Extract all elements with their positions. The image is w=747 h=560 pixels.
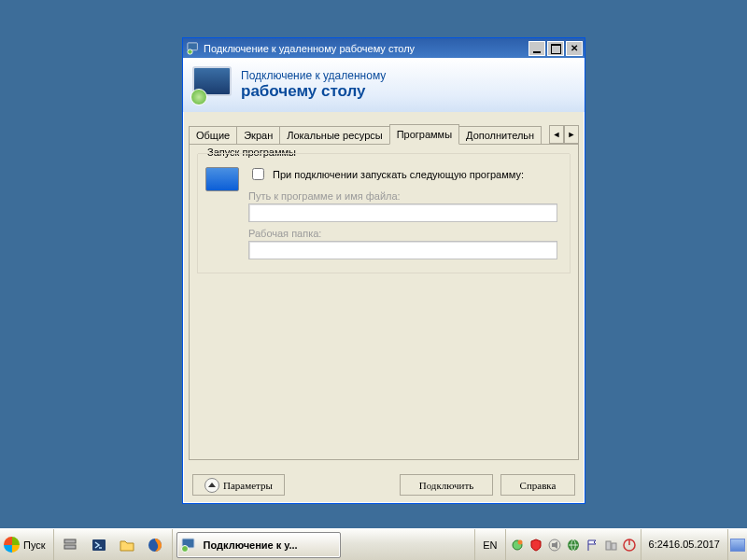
svg-rect-12: [606, 541, 611, 550]
tab-display[interactable]: Экран: [236, 126, 280, 144]
start-button[interactable]: Пуск: [0, 529, 54, 560]
banner-monitor-icon: [192, 66, 232, 104]
working-folder-input: [248, 241, 557, 259]
rdp-icon: [187, 42, 200, 55]
svg-point-1: [188, 49, 192, 53]
minimize-button[interactable]: [529, 41, 545, 56]
clock-time: 6:24: [649, 539, 669, 551]
svg-rect-13: [612, 543, 616, 550]
start-program-group: При подключении запускать следующую прог…: [197, 154, 571, 273]
tray-devices-icon[interactable]: [603, 538, 618, 553]
task-rdp[interactable]: Подключение к у...: [176, 532, 341, 558]
options-button-label: Параметры: [223, 480, 273, 491]
task-rdp-label: Подключение к у...: [204, 539, 298, 551]
tab-scroll-left[interactable]: ◄: [549, 125, 564, 144]
windows-orb-icon: [4, 537, 20, 553]
start-program-checkbox-row[interactable]: При подключении запускать следующую прог…: [248, 165, 562, 183]
server-manager-icon[interactable]: [58, 532, 84, 558]
tab-programs[interactable]: Программы: [389, 124, 459, 145]
help-button-label: Справка: [520, 480, 557, 491]
titlebar[interactable]: Подключение к удаленному рабочему столу …: [183, 38, 585, 58]
svg-point-7: [181, 545, 188, 552]
options-button[interactable]: Параметры: [192, 474, 285, 496]
taskbar: Пуск Подключение к у... EN: [0, 528, 747, 560]
banner-line2: рабочему столу: [241, 82, 386, 101]
dialog-buttons: Параметры Подключить Справка: [183, 474, 585, 496]
start-program-checkbox[interactable]: [252, 168, 264, 180]
powershell-icon[interactable]: [86, 532, 112, 558]
window-controls: ✕: [529, 41, 583, 56]
taskbar-clock[interactable]: 6:24 16.05.2017: [641, 529, 727, 560]
svg-rect-0: [188, 42, 198, 49]
maximize-button[interactable]: [547, 41, 564, 56]
tray-network-icon[interactable]: [566, 538, 581, 553]
tab-strip: Общие Экран Локальные ресурсы Программы …: [189, 123, 579, 145]
program-icon: [205, 167, 239, 193]
tab-advanced[interactable]: Дополнительн: [458, 126, 542, 144]
language-label: EN: [483, 539, 497, 551]
tray-audio-icon[interactable]: [547, 538, 562, 553]
tray-action-center-icon[interactable]: [510, 538, 525, 553]
explorer-icon[interactable]: [114, 532, 140, 558]
clock-date: 16.05.2017: [669, 539, 720, 551]
quick-launch: [54, 529, 173, 560]
program-path-label: Путь к программе и имя файла:: [248, 190, 562, 202]
rdp-task-icon: [181, 538, 198, 553]
task-buttons: Подключение к у...: [173, 529, 475, 560]
window-title: Подключение к удаленному рабочему столу: [204, 43, 529, 54]
collapse-icon: [204, 478, 219, 493]
banner: Подключение к удаленному рабочему столу: [183, 58, 585, 112]
svg-rect-3: [64, 545, 76, 549]
tab-local-resources[interactable]: Локальные ресурсы: [279, 126, 389, 144]
rdp-dialog-window: Подключение к удаленному рабочему столу …: [182, 37, 585, 504]
tab-programs-panel: При подключении запускать следующую прог…: [189, 145, 579, 460]
tray-flag-icon[interactable]: [585, 538, 599, 553]
show-desktop-icon: [730, 539, 745, 552]
connect-button[interactable]: Подключить: [400, 474, 493, 496]
system-tray: [505, 529, 641, 560]
program-path-input: [248, 203, 557, 222]
close-button[interactable]: ✕: [566, 41, 583, 56]
svg-point-9: [517, 539, 522, 544]
show-desktop-button[interactable]: [727, 529, 747, 560]
start-label: Пуск: [23, 539, 46, 551]
tab-general[interactable]: Общие: [189, 126, 237, 144]
tray-security-icon[interactable]: [529, 538, 543, 553]
banner-line1: Подключение к удаленному: [241, 69, 386, 82]
working-folder-label: Рабочая папка:: [248, 228, 562, 239]
tray-power-icon[interactable]: [622, 538, 637, 553]
start-program-checkbox-label: При подключении запускать следующую прог…: [273, 169, 524, 180]
tab-scroll-right[interactable]: ►: [564, 125, 579, 144]
svg-rect-2: [64, 539, 76, 543]
firefox-icon[interactable]: [142, 532, 168, 558]
help-button[interactable]: Справка: [500, 474, 575, 496]
language-indicator[interactable]: EN: [474, 529, 504, 560]
connect-button-label: Подключить: [419, 480, 474, 491]
